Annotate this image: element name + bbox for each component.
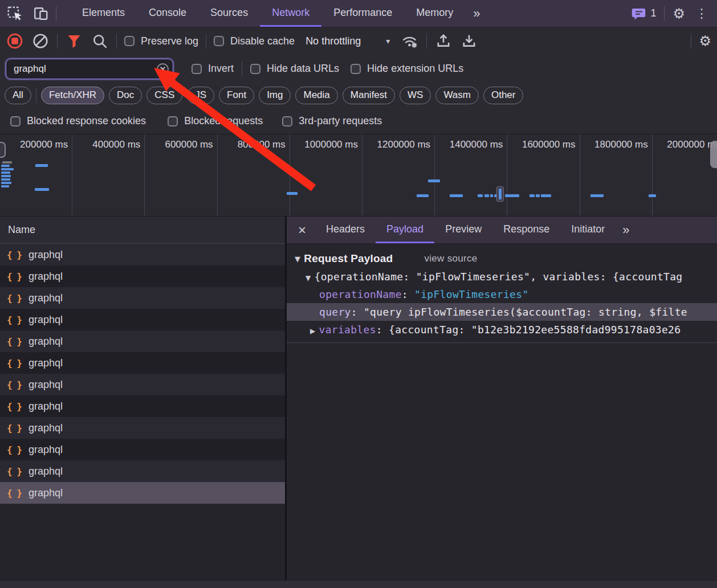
chip-all[interactable]: All: [5, 87, 31, 104]
expand-triangle-icon[interactable]: ▼: [305, 274, 311, 282]
request-row[interactable]: { } graphql: [0, 330, 285, 352]
export-har-icon[interactable]: [460, 32, 478, 50]
hide-data-urls-toggle[interactable]: Hide data URLs: [250, 63, 339, 75]
type-chip[interactable]: Wasm: [435, 87, 479, 104]
details-tab[interactable]: Payload: [376, 217, 434, 243]
filter-funnel-icon[interactable]: [65, 32, 83, 50]
preserve-log-checkbox[interactable]: [124, 36, 135, 46]
inspect-element-icon[interactable]: [6, 5, 24, 23]
type-chip[interactable]: WS: [400, 87, 431, 104]
type-chip[interactable]: Other: [483, 87, 524, 104]
divider: [36, 88, 36, 103]
type-chip[interactable]: CSS: [146, 87, 182, 104]
blocked-filter-toggle[interactable]: Blocked requests: [168, 115, 263, 127]
request-row[interactable]: { } graphql: [0, 287, 285, 309]
request-waterfall-mark: [1, 172, 10, 174]
import-har-icon[interactable]: [434, 32, 453, 50]
clear-network-log-icon[interactable]: [31, 32, 50, 50]
kebab-menu-icon[interactable]: ⋮: [693, 7, 710, 20]
payload-variables-line[interactable]: ▶variables: {accountTag: "b12e3b2192ee55…: [287, 321, 717, 338]
request-row[interactable]: { } graphql: [0, 460, 285, 482]
panel-tab[interactable]: Console: [137, 0, 198, 27]
search-icon[interactable]: [91, 32, 109, 50]
divider: [56, 6, 56, 21]
preserve-log-toggle[interactable]: Preserve log: [124, 35, 198, 47]
details-tab[interactable]: Preview: [434, 217, 492, 243]
overview-grabber-right[interactable]: [710, 141, 717, 168]
payload-query-line[interactable]: query: "query ipFlowTimeseries($accountT…: [287, 303, 717, 321]
panel-tab[interactable]: Elements: [70, 0, 137, 27]
close-details-icon[interactable]: ×: [287, 217, 315, 243]
request-details-panel: × HeadersPayloadPreviewResponseInitiator…: [287, 217, 717, 580]
xhr-braces-icon: { }: [7, 336, 22, 347]
hide-data-urls-checkbox[interactable]: [250, 64, 260, 74]
request-waterfall-mark: [11, 168, 14, 170]
more-tabs-icon[interactable]: »: [465, 0, 488, 27]
settings-gear-icon[interactable]: ⚙: [673, 7, 685, 21]
details-tab[interactable]: Headers: [315, 217, 376, 243]
panel-tab[interactable]: Network: [260, 0, 321, 27]
overview-grabber-left[interactable]: [0, 142, 6, 158]
request-row[interactable]: { } graphql: [0, 482, 285, 504]
details-tab[interactable]: Response: [492, 217, 560, 243]
xhr-braces-icon: { }: [7, 293, 22, 304]
blocked-filter-toggle[interactable]: Blocked response cookies: [10, 115, 146, 127]
console-messages-badge[interactable]: 1: [632, 6, 656, 21]
network-settings-gear-icon[interactable]: ⚙: [699, 34, 711, 48]
request-waterfall-mark: [529, 194, 535, 197]
type-chip[interactable]: JS: [187, 87, 214, 104]
type-chip[interactable]: Manifest: [343, 87, 395, 104]
request-row[interactable]: { } graphql: [0, 395, 285, 417]
request-row[interactable]: { } graphql: [0, 352, 285, 374]
devtools-tabbar: ElementsConsoleSourcesNetworkPerformance…: [0, 0, 717, 27]
payload-root-line[interactable]: ▼{operationName: "ipFlowTimeseries", var…: [287, 268, 717, 285]
throttling-select[interactable]: No throttling ▾: [302, 35, 393, 47]
type-chip[interactable]: Fetch/XHR: [41, 87, 104, 104]
device-toolbar-icon[interactable]: [32, 5, 50, 23]
type-chip[interactable]: Doc: [109, 87, 142, 104]
disable-cache-checkbox[interactable]: [214, 36, 224, 46]
disable-cache-toggle[interactable]: Disable cache: [214, 35, 295, 47]
record-network-log-icon[interactable]: [6, 32, 24, 50]
invert-toggle[interactable]: Invert: [192, 63, 234, 75]
expand-triangle-icon[interactable]: ▶: [310, 327, 316, 335]
details-tab[interactable]: Initiator: [560, 217, 616, 243]
request-waterfall-mark: [1, 178, 10, 181]
xhr-braces-icon: { }: [7, 358, 22, 369]
panel-tab[interactable]: Performance: [321, 0, 404, 27]
type-chip[interactable]: Media: [295, 87, 337, 104]
request-row[interactable]: { } graphql: [0, 244, 285, 266]
request-row[interactable]: { } graphql: [0, 266, 285, 287]
blocked-filter-checkbox[interactable]: [10, 116, 21, 126]
hide-extension-urls-checkbox[interactable]: [351, 64, 361, 74]
filter-input[interactable]: [6, 59, 173, 79]
network-overview-timeline[interactable]: 200000 ms 400000 ms 600000 ms 800000 ms …: [0, 134, 717, 217]
divider: [691, 34, 691, 48]
blocked-filter-checkbox[interactable]: [168, 116, 178, 126]
request-row[interactable]: { } graphql: [0, 439, 285, 460]
type-chip[interactable]: Font: [219, 87, 254, 104]
request-waterfall-mark: [35, 188, 49, 191]
network-conditions-icon[interactable]: [401, 32, 419, 50]
clear-filter-icon[interactable]: [156, 63, 169, 76]
devtools-window: ElementsConsoleSourcesNetworkPerformance…: [0, 0, 717, 588]
blocked-filter-toggle[interactable]: 3rd-party requests: [282, 115, 382, 127]
request-waterfall-mark: [35, 164, 48, 167]
request-name: graphql: [28, 271, 63, 283]
request-row[interactable]: { } graphql: [0, 417, 285, 439]
panel-tab[interactable]: Sources: [198, 0, 260, 27]
name-column-header[interactable]: Name: [0, 217, 285, 244]
request-row[interactable]: { } graphql: [0, 309, 285, 330]
hide-extension-urls-toggle[interactable]: Hide extension URLs: [351, 63, 463, 75]
request-name: graphql: [28, 487, 63, 499]
payload-operationname-line[interactable]: operationName: "ipFlowTimeseries": [287, 285, 717, 303]
type-chip[interactable]: Img: [259, 87, 291, 104]
preserve-log-label: Preserve log: [141, 35, 198, 47]
blocked-filter-checkbox[interactable]: [282, 116, 292, 126]
view-source-link[interactable]: view source: [424, 253, 477, 264]
panel-tab[interactable]: Memory: [404, 0, 465, 27]
details-more-tabs-icon[interactable]: »: [616, 217, 636, 243]
invert-checkbox[interactable]: [192, 64, 202, 74]
request-row[interactable]: { } graphql: [0, 374, 285, 395]
collapse-triangle-icon[interactable]: ▼: [295, 255, 300, 263]
